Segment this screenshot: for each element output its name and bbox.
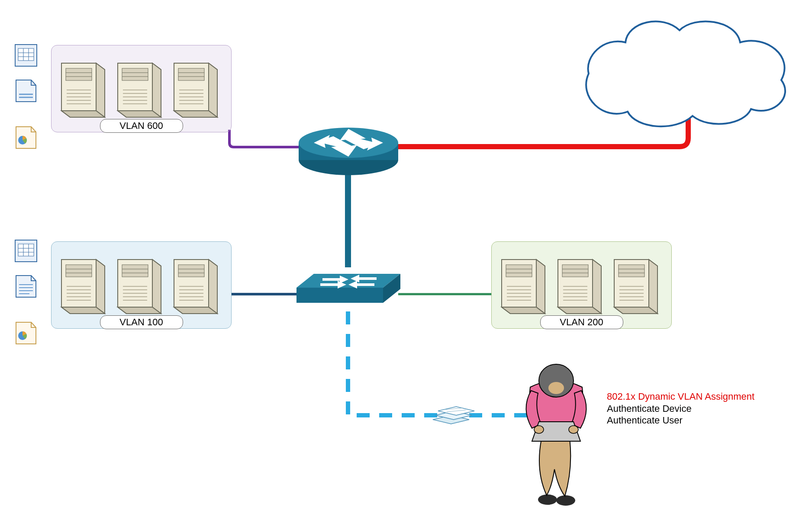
doc-report-icon-2 (14, 321, 38, 345)
cloud-icon (586, 21, 785, 126)
svg-point-23 (569, 426, 578, 433)
annotation-title: 802.1x Dynamic VLAN Assignment (607, 391, 754, 403)
svg-point-22 (534, 426, 544, 433)
annotation-line1: Authenticate Device (607, 403, 754, 415)
svg-point-25 (548, 382, 564, 394)
doc-text-icon-2 (14, 274, 38, 298)
doc-spreadsheet-icon (14, 43, 38, 67)
router-icon (299, 128, 398, 175)
user-with-laptop-icon (526, 364, 586, 506)
documents-icon (433, 407, 474, 424)
annotation-line2: Authenticate User (607, 414, 754, 427)
annotation-block: 802.1x Dynamic VLAN Assignment Authentic… (607, 391, 754, 427)
vlan200-servers (497, 247, 666, 320)
doc-spreadsheet-icon-2 (14, 239, 38, 263)
doc-report-icon (14, 125, 38, 150)
doc-text-icon (14, 79, 38, 103)
svg-rect-27 (18, 48, 34, 61)
svg-point-20 (556, 495, 575, 506)
switch-icon (296, 274, 400, 303)
svg-rect-36 (18, 244, 34, 256)
svg-point-19 (538, 494, 557, 505)
svg-marker-8 (296, 288, 383, 303)
svg-marker-7 (296, 274, 400, 288)
vlan100-servers (57, 247, 226, 320)
vlan600-servers (57, 50, 226, 124)
link-vlan600-router (229, 130, 299, 147)
